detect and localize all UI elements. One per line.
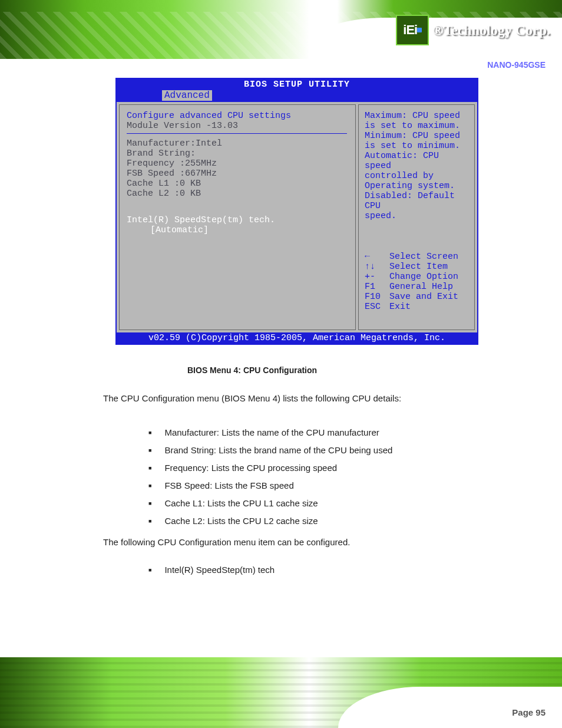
bios-right-panel: Maximum: CPU speed is set to maximum. Mi… [358,104,475,330]
bios-info-row: Manufacturer:Intel [127,139,347,149]
bios-help-line: is set to maximum. [365,121,470,131]
list-item: Brand String: Lists the brand name of th… [148,442,392,460]
list-item: Cache L2: Lists the CPU L2 cache size [148,513,392,531]
bios-left-panel: Configure advanced CPU settings Module V… [119,104,356,330]
doc-bullet-list-2: Intel(R) SpeedStep(tm) tech [148,565,275,575]
list-item: Frequency: Lists the CPU processing spee… [148,460,392,477]
nav-label: Exit [389,302,411,312]
bios-help-line: Disabled: Default CPU [365,191,470,211]
nav-label: Select Screen [389,252,458,262]
bios-help-line: Minimum: CPU speed [365,131,470,141]
bios-nav-row: F1General Help [365,282,470,292]
bios-help-line: controlled by [365,171,470,181]
list-item: Cache L1: Lists the CPU L1 cache size [148,495,392,513]
bios-help-line: speed. [365,211,470,221]
bios-info-row: Brand String: [127,149,347,159]
bios-info-row: Cache L1 :0 KB [127,179,347,189]
bios-divider [127,133,347,134]
bios-nav-row: ESCExit [365,302,470,312]
bios-option-value: [Automatic] [150,225,209,235]
bios-nav-row: F10Save and Exit [365,292,470,302]
figure-caption: BIOS Menu 4: CPU Configuration [187,365,317,375]
doc-paragraph-2: The following CPU Configuration menu ite… [103,534,527,551]
top-banner: iEi ®Technology Corp. [0,0,562,59]
bios-module-version: Module Version -13.03 [127,121,347,131]
list-item: FSB Speed: Lists the FSB speed [148,477,392,495]
nav-key: ← [365,252,389,262]
bios-option-row: Intel(R) SpeedStep(tm) tech. [Automatic] [127,215,347,235]
bios-option-label: Intel(R) SpeedStep(tm) tech. [127,215,275,225]
bios-help-line: Operating system. [365,181,470,191]
bios-footer: v02.59 (C)Copyright 1985-2005, American … [117,332,477,344]
bios-nav-row: ↑↓Select Item [365,262,470,272]
nav-key: ↑↓ [365,262,389,272]
figure-caption-text: BIOS Menu 4: CPU Configuration [187,365,317,375]
list-item: Manufacturer: Lists the name of the CPU … [148,424,392,442]
bios-nav-block: ←Select Screen ↑↓Select Item +-Change Op… [365,252,470,312]
list-item: Intel(R) SpeedStep(tm) tech [148,565,275,575]
nav-key: ESC [365,302,389,312]
bottom-banner [0,657,562,728]
nav-label: Select Item [389,262,448,272]
page-number: Page 95 [512,707,546,717]
doc-paragraph-1: The CPU Configuration menu (BIOS Menu 4)… [103,390,527,407]
logo-badge: iEi [396,15,429,45]
bios-info-row: Frequency :255MHz [127,159,347,169]
logo-dot-icon [417,28,422,32]
bios-nav-row: ←Select Screen [365,252,470,262]
bios-cpu-heading: Configure advanced CPU settings [127,111,347,121]
nav-key: F10 [365,292,389,302]
bios-info-row: Cache L2 :0 KB [127,189,347,199]
nav-key: +- [365,272,389,282]
bios-info-row: FSB Speed :667MHz [127,169,347,179]
bios-help-line: Automatic: CPU speed [365,151,470,171]
bios-tab-advanced: Advanced [162,90,212,101]
nav-key: F1 [365,282,389,292]
product-label: NANO-945GSE [487,60,546,70]
bios-help-line: Maximum: CPU speed [365,111,470,121]
bios-body: Configure advanced CPU settings Module V… [117,101,477,332]
bios-title: BIOS SETUP UTILITY [117,79,477,90]
nav-label: General Help [389,282,453,292]
nav-label: Change Option [389,272,458,282]
nav-label: Save and Exit [389,292,458,302]
bios-nav-row: +-Change Option [365,272,470,282]
bios-help-line: is set to minimum. [365,141,470,151]
brand-text: ®Technology Corp. [432,22,550,38]
bios-tabs: Advanced [117,90,477,101]
logo-text: iEi [403,22,417,38]
logo-area: iEi ®Technology Corp. [396,15,550,45]
doc-bullet-list-1: Manufacturer: Lists the name of the CPU … [148,424,392,531]
bios-screenshot: BIOS SETUP UTILITY Advanced Configure ad… [115,78,478,345]
